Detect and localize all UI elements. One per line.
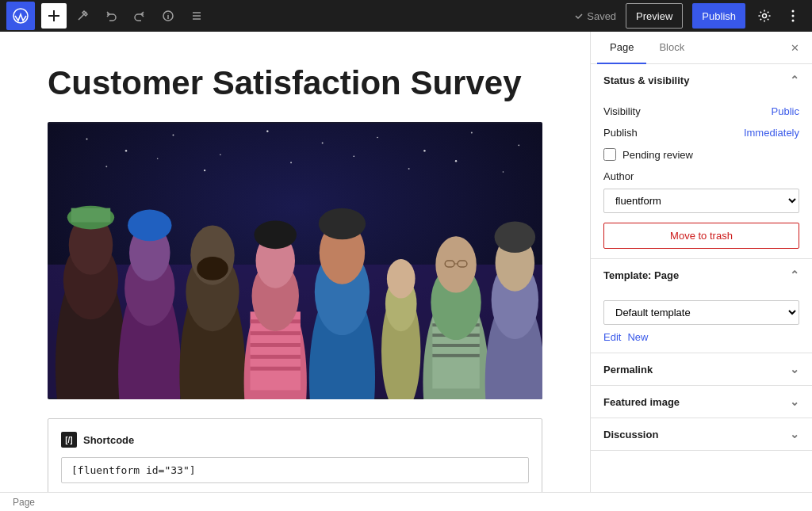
- template-new-link[interactable]: New: [627, 331, 648, 343]
- svg-point-12: [322, 143, 324, 144]
- svg-point-34: [128, 210, 171, 242]
- shortcode-header: [/] Shortcode: [61, 432, 529, 448]
- saved-status: Saved: [574, 10, 616, 22]
- editor-area: Customer Satisfaction Survey: [0, 32, 590, 492]
- shortcode-input[interactable]: [61, 457, 529, 483]
- template-header[interactable]: Template: Page ⌃: [591, 259, 812, 291]
- toolbar: Saved Preview Publish: [0, 0, 812, 32]
- author-section: Author fluentform: [603, 170, 799, 213]
- svg-point-15: [471, 132, 473, 134]
- svg-point-22: [408, 169, 410, 170]
- publish-value[interactable]: Immediately: [744, 127, 799, 139]
- template-select-wrapper: Default template: [603, 300, 799, 325]
- shortcode-block: [/] Shortcode: [48, 418, 542, 492]
- svg-point-70: [495, 222, 536, 254]
- pending-review-checkbox[interactable]: [603, 148, 616, 161]
- svg-point-21: [353, 156, 354, 158]
- author-label: Author: [603, 170, 799, 182]
- sidebar: Page Block ✕ Status & visibility ⌃ Visib…: [590, 32, 812, 492]
- shortcode-icon: [/]: [61, 432, 77, 448]
- more-options-button[interactable]: [780, 3, 806, 29]
- svg-point-13: [377, 137, 378, 139]
- status-visibility-content: Visibility Public Publish Immediately Pe…: [591, 96, 812, 258]
- list-view-button[interactable]: [184, 3, 209, 29]
- permalink-section: Permalink ⌄: [591, 353, 812, 386]
- svg-point-5: [792, 20, 795, 22]
- undo-button[interactable]: [98, 3, 124, 29]
- publish-button[interactable]: Publish: [692, 3, 745, 29]
- featured-image-section: Featured image ⌄: [591, 386, 812, 418]
- visibility-row: Visibility Public: [603, 105, 799, 117]
- page-title[interactable]: Customer Satisfaction Survey: [48, 63, 542, 103]
- featured-image-block[interactable]: [48, 122, 542, 399]
- svg-point-9: [172, 135, 174, 136]
- info-button[interactable]: [155, 3, 181, 29]
- svg-point-11: [266, 131, 268, 132]
- svg-point-17: [105, 166, 107, 168]
- chevron-up-icon-template: ⌃: [790, 269, 799, 281]
- sidebar-tabs: Page Block ✕: [591, 32, 812, 64]
- svg-rect-60: [432, 344, 479, 347]
- chevron-down-icon-discussion: ⌄: [790, 428, 799, 440]
- svg-point-55: [387, 259, 416, 299]
- svg-rect-42: [251, 332, 301, 336]
- main-layout: Customer Satisfaction Survey: [0, 32, 812, 492]
- pending-review-row: Pending review: [603, 148, 799, 161]
- redo-button[interactable]: [127, 3, 152, 29]
- discussion-header[interactable]: Discussion ⌄: [591, 418, 812, 450]
- svg-point-23: [455, 160, 457, 162]
- permalink-header[interactable]: Permalink ⌄: [591, 353, 812, 385]
- svg-rect-30: [71, 208, 111, 223]
- svg-rect-61: [432, 354, 479, 357]
- svg-point-48: [254, 221, 296, 250]
- move-to-trash-button[interactable]: Move to trash: [603, 223, 799, 249]
- publish-label: Publish: [603, 127, 638, 139]
- template-links: Edit New: [603, 331, 799, 343]
- template-content: Default template Edit New: [591, 291, 812, 353]
- tools-button[interactable]: [70, 3, 95, 29]
- svg-point-7: [86, 139, 88, 140]
- tab-block[interactable]: Block: [646, 32, 697, 64]
- svg-point-2: [763, 14, 767, 18]
- svg-point-52: [319, 208, 366, 240]
- publish-row: Publish Immediately: [603, 127, 799, 139]
- svg-point-24: [503, 172, 504, 174]
- svg-point-3: [792, 10, 795, 13]
- svg-rect-43: [251, 343, 301, 347]
- template-edit-link[interactable]: Edit: [603, 331, 621, 343]
- status-bar: Page: [0, 492, 812, 511]
- visibility-value[interactable]: Public: [772, 105, 799, 117]
- pending-review-label[interactable]: Pending review: [622, 149, 693, 161]
- wp-logo[interactable]: [6, 2, 35, 30]
- svg-point-20: [290, 162, 292, 164]
- svg-point-14: [423, 151, 425, 152]
- discussion-section: Discussion ⌄: [591, 418, 812, 451]
- status-bar-label: Page: [13, 497, 35, 508]
- add-block-button[interactable]: [41, 3, 67, 29]
- status-visibility-header[interactable]: Status & visibility ⌃: [591, 64, 812, 96]
- template-section: Template: Page ⌃ Default template Edit N…: [591, 259, 812, 353]
- featured-image-header[interactable]: Featured image ⌄: [591, 386, 812, 418]
- template-select[interactable]: Default template: [603, 300, 799, 325]
- preview-button[interactable]: Preview: [626, 3, 683, 29]
- svg-point-10: [220, 154, 221, 156]
- svg-point-63: [435, 237, 477, 293]
- svg-point-8: [125, 151, 127, 152]
- status-visibility-section: Status & visibility ⌃ Visibility Public …: [591, 64, 812, 259]
- svg-rect-45: [251, 367, 301, 371]
- svg-point-18: [157, 158, 159, 160]
- svg-point-16: [518, 145, 519, 147]
- chevron-down-icon-featured: ⌄: [790, 395, 799, 408]
- chevron-down-icon-permalink: ⌄: [790, 363, 799, 376]
- sidebar-close-button[interactable]: ✕: [783, 36, 806, 59]
- chevron-up-icon: ⌃: [790, 74, 799, 86]
- svg-point-4: [792, 15, 795, 17]
- tab-page[interactable]: Page: [597, 32, 646, 64]
- svg-point-19: [204, 170, 205, 171]
- settings-button[interactable]: [752, 3, 777, 29]
- author-select[interactable]: fluentform: [603, 189, 799, 213]
- svg-rect-44: [251, 355, 301, 359]
- svg-point-38: [197, 257, 228, 280]
- visibility-label: Visibility: [603, 105, 641, 117]
- shortcode-label: Shortcode: [83, 434, 134, 446]
